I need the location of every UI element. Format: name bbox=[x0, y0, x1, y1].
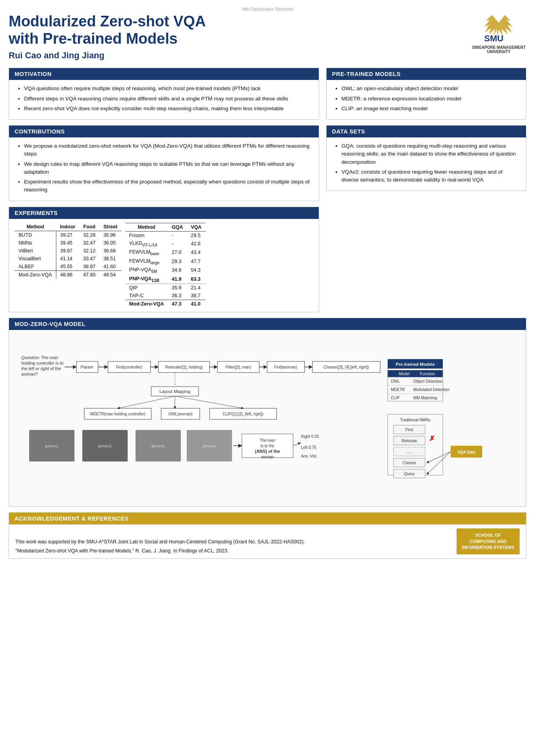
list-item: Different steps in VQA reasoning chains … bbox=[24, 95, 312, 103]
pretrained-section: PRE-TRAINED MODELS OWL: an open-vocabula… bbox=[326, 68, 526, 120]
svg-line-50 bbox=[175, 396, 243, 408]
svg-text:Modulated Detection: Modulated Detection bbox=[413, 387, 450, 392]
list-item: We design rules to map different VQA rea… bbox=[24, 160, 312, 176]
svg-text:woman?: woman? bbox=[21, 372, 38, 376]
university-label: SINGAPORE MANAGEMENTUNIVERSITY bbox=[472, 45, 526, 54]
table-row: VisualBert 41.1433.4738.51 bbox=[15, 255, 121, 263]
svg-text:Choose: Choose bbox=[403, 461, 416, 465]
table-row: NMNs 39.4532.4736.05 bbox=[15, 239, 121, 247]
table-row: PNP-VQA6M34.654.3 bbox=[125, 266, 206, 275]
svg-line-49 bbox=[118, 396, 175, 408]
svg-text:Left  0.75: Left 0.75 bbox=[301, 445, 316, 450]
svg-line-84 bbox=[427, 452, 451, 463]
title-block: Modularized Zero-shot VQA with Pre-train… bbox=[9, 13, 206, 61]
col-method: Method bbox=[125, 223, 168, 231]
left-column: MOTIVATION VQA questions often require m… bbox=[9, 68, 319, 312]
model-diagram: Question: The man holding controller is … bbox=[15, 335, 520, 501]
contributions-body: We propose a modularized zero-shot netwo… bbox=[9, 137, 319, 201]
datasets-list: GQA: consists of questions requiring mul… bbox=[333, 142, 520, 184]
experiments-header: EXPERIMENTS bbox=[9, 207, 319, 219]
svg-text:Choose([3], [4],[left, right]): Choose([3], [4],[left, right]) bbox=[323, 365, 369, 369]
motivation-body: VQA questions often require multiple ste… bbox=[9, 80, 319, 119]
table-row: QIP35.921.4 bbox=[125, 284, 206, 292]
svg-text:Right 0.25: Right 0.25 bbox=[301, 434, 319, 439]
method-name: BUTD bbox=[15, 231, 56, 239]
svg-text:holding controller is to: holding controller is to bbox=[21, 361, 63, 365]
svg-text:Model: Model bbox=[399, 372, 409, 376]
list-item: Recent zero-shot VQA does not explicitly… bbox=[24, 105, 312, 113]
list-item: GQA: consists of questions requiring mul… bbox=[342, 142, 520, 166]
datasets-header: DATA SETS bbox=[327, 126, 526, 137]
svg-text:[photo1]: [photo1] bbox=[45, 444, 58, 448]
svg-text:OWL: OWL bbox=[391, 379, 400, 384]
svg-text:woman: woman bbox=[261, 455, 274, 459]
pretrained-list: OWL: an open-vocabulary object detection… bbox=[333, 85, 520, 113]
motivation-list: VQA questions often require multiple ste… bbox=[15, 85, 312, 113]
svg-text:OWL(woman): OWL(woman) bbox=[168, 412, 193, 416]
experiments-section: EXPERIMENTS Method Indoor Food Street bbox=[9, 207, 319, 313]
model-body: Question: The man holding controller is … bbox=[9, 330, 526, 506]
svg-text:Question: The man: Question: The man bbox=[21, 355, 58, 360]
svg-text:Object Detection: Object Detection bbox=[413, 379, 442, 384]
list-item: Experiment results show the effectivenes… bbox=[24, 178, 312, 194]
svg-text:Relocate: Relocate bbox=[401, 439, 417, 443]
table-row: VilBert 39.8732.1236.68 bbox=[15, 247, 121, 255]
acknowledgement-text: This work was supported by the SMU-A*STA… bbox=[15, 538, 457, 555]
contributions-list: We propose a modularized zero-shot netwo… bbox=[15, 142, 312, 194]
main-content: MOTIVATION VQA questions often require m… bbox=[9, 68, 526, 312]
svg-text:[photo2]: [photo2] bbox=[98, 444, 111, 448]
table-row: Mod-Zero-VQA47.341.0 bbox=[125, 300, 206, 308]
table-row: Frozen-29.5 bbox=[125, 231, 206, 239]
acknowledgement-header: ACKNOWLEDGEMENT & REFERENCES bbox=[9, 513, 526, 524]
table-row: ALBEF 45.5538.8741.60 bbox=[15, 263, 121, 271]
method-name: VilBert bbox=[15, 247, 56, 255]
col-indoor: Indoor bbox=[56, 223, 79, 231]
datasets-section: DATA SETS GQA: consists of questions req… bbox=[326, 125, 526, 191]
svg-text:[photo3]: [photo3] bbox=[152, 444, 165, 448]
svg-text:MDETR(man holding controller): MDETR(man holding controller) bbox=[90, 412, 146, 416]
svg-text:Query: Query bbox=[404, 472, 414, 476]
contributions-section: CONTRIBUTIONS We propose a modularized z… bbox=[9, 125, 319, 201]
authors: Rui Cao and Jing Jiang bbox=[9, 50, 206, 61]
top-bar: NMI Classification: Restricted bbox=[9, 7, 526, 11]
svg-text:Function: Function bbox=[420, 372, 435, 376]
method-name: NMNs bbox=[15, 239, 56, 247]
contributions-header: CONTRIBUTIONS bbox=[9, 126, 319, 137]
svg-text:......: ...... bbox=[406, 450, 413, 454]
svg-text:MM Matching: MM Matching bbox=[413, 396, 437, 400]
table-row: Mod-Zero-VQA 48.8647.8049.54 bbox=[15, 271, 121, 279]
table-row: FEWVLMlarge29.347.7 bbox=[125, 257, 206, 266]
method-name: VisualBert bbox=[15, 255, 56, 263]
right-column: PRE-TRAINED MODELS OWL: an open-vocabula… bbox=[326, 68, 526, 312]
acknowledgement-body: This work was supported by the SMU-A*STA… bbox=[9, 524, 526, 558]
svg-text:[ANS] of the: [ANS] of the bbox=[255, 449, 280, 454]
scis-badge: SCHOOL OF COMPUTING AND INFORMATION SYST… bbox=[457, 528, 520, 554]
svg-text:[photo4]: [photo4] bbox=[203, 444, 216, 448]
svg-text:Find(woman): Find(woman) bbox=[274, 365, 297, 369]
svg-text:✗: ✗ bbox=[429, 435, 435, 443]
svg-text:VQA Data: VQA Data bbox=[457, 450, 476, 454]
svg-text:Layout Mapping: Layout Mapping bbox=[160, 389, 190, 394]
list-item: VQA questions often require multiple ste… bbox=[24, 85, 312, 93]
acknowledgement-section: ACKNOWLEDGEMENT & REFERENCES This work w… bbox=[9, 512, 526, 559]
svg-text:Ans. Voc.: Ans. Voc. bbox=[301, 454, 318, 458]
svg-text:Find: Find bbox=[405, 428, 413, 432]
col-street: Street bbox=[99, 223, 121, 231]
motivation-header: MOTIVATION bbox=[9, 68, 319, 80]
pretrained-body: OWL: an open-vocabulary object detection… bbox=[327, 80, 526, 119]
svg-text:SMU: SMU bbox=[484, 33, 503, 43]
svg-text:is to the: is to the bbox=[260, 444, 274, 448]
table-row: PNP-VQA11B41.963.3 bbox=[125, 275, 206, 284]
svg-text:CLIP: CLIP bbox=[391, 396, 400, 400]
svg-text:Traditional NMNs: Traditional NMNs bbox=[400, 418, 431, 422]
method-name: ALBEF bbox=[15, 263, 56, 271]
experiments-left-table: Method Indoor Food Street BUTD 39.2732.2… bbox=[15, 223, 121, 308]
experiments-body: Method Indoor Food Street BUTD 39.2732.2… bbox=[9, 219, 319, 312]
ack-text-2: "Modularized Zero-shot VQA with Pre-trai… bbox=[15, 547, 457, 555]
ack-text-1: This work was supported by the SMU-A*STA… bbox=[15, 538, 457, 546]
svg-text:CLIP([1],[2], [left, right]): CLIP([1],[2], [left, right]) bbox=[223, 412, 263, 416]
motivation-section: MOTIVATION VQA questions often require m… bbox=[9, 68, 319, 120]
classification-label: NMI Classification: Restricted bbox=[242, 7, 294, 11]
svg-text:Relocate([1], holding): Relocate([1], holding) bbox=[165, 365, 202, 369]
list-item: We propose a modularized zero-shot netwo… bbox=[24, 142, 312, 158]
